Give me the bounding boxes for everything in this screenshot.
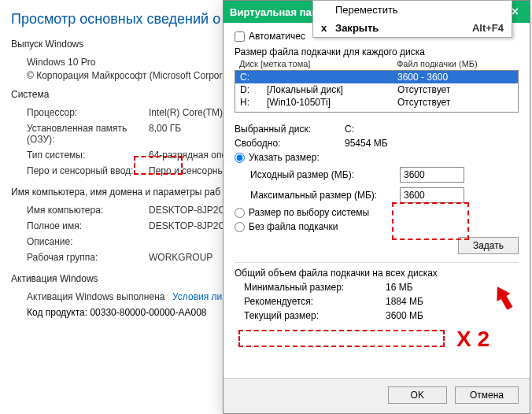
pagefile-each-label: Размер файла подкачки для каждого диска [235, 46, 519, 57]
radio-system-label: Размер по выбору системы [249, 207, 369, 218]
release-value: Windows 10 Pro [27, 57, 95, 68]
radio-custom-label: Указать размер: [249, 152, 320, 163]
rec-value: 1884 МБ [386, 296, 423, 307]
wg-value: WORKGROUP [149, 252, 212, 263]
free-label: Свободно: [235, 138, 345, 149]
max-size-input[interactable] [400, 187, 464, 203]
radio-system[interactable] [235, 208, 245, 218]
ctx-move[interactable]: Переместить [313, 1, 512, 19]
ctx-close[interactable]: x Закрыть Alt+F4 [313, 19, 512, 37]
close-mark-icon: x [321, 22, 335, 34]
radio-custom-row[interactable]: Указать размер: [235, 150, 519, 164]
cpu-value: Intel(R) Core(TM) i [149, 107, 227, 118]
virtual-memory-dialog: Виртуальная память × Автоматичес Размер … [223, 0, 530, 414]
cancel-button[interactable]: Отмена [455, 386, 519, 404]
selected-disk-label: Выбранный диск: [235, 124, 345, 135]
summary-title: Общий объем файла подкачки на всех диска… [235, 268, 519, 279]
min-value: 16 МБ [386, 282, 413, 293]
col-disk: Диск [метка тома] [239, 59, 397, 68]
min-label: Минимальный размер: [244, 282, 386, 293]
pen-value: Перо и сенсорны [149, 165, 224, 176]
activation-label: Активация Windows выполнена [27, 291, 172, 302]
cur-value: 3600 МБ [386, 310, 423, 321]
radio-none-row[interactable]: Без файла подкачки [235, 221, 338, 232]
initial-size-label: Исходный размер (МБ): [250, 169, 400, 180]
pen-label: Перо и сенсорный ввод: [27, 165, 149, 176]
set-button[interactable]: Задать [458, 237, 519, 254]
ok-button[interactable]: OK [388, 386, 447, 404]
radio-none[interactable] [235, 222, 245, 232]
ram-label: Установленная память (ОЗУ): [27, 123, 149, 145]
disk-row[interactable]: H: [Win10-1050Ti] Отсутствует [235, 96, 518, 109]
pc-label: Имя компьютера: [27, 205, 149, 216]
window-context-menu: Переместить x Закрыть Alt+F4 [312, 0, 512, 38]
type-value: 64-разрядная опер [149, 150, 232, 161]
product-code: Код продукта: 00330-80000-00000-AA008 [27, 307, 207, 318]
radio-none-label: Без файла подкачки [249, 221, 338, 232]
free-value: 95454 МБ [345, 138, 388, 149]
desc-label: Описание: [27, 236, 149, 247]
disk-row[interactable]: D: [Локальный диск] Отсутствует [235, 83, 518, 96]
max-size-label: Максимальный размер (МБ): [250, 190, 400, 201]
selected-disk-value: C: [345, 124, 354, 135]
ram-value: 8,00 ГБ [149, 123, 181, 145]
cur-label: Текущий размер: [244, 310, 386, 321]
auto-manage-checkbox[interactable] [235, 31, 245, 42]
wg-label: Рабочая группа: [27, 252, 149, 263]
full-label: Полное имя: [27, 220, 149, 231]
cpu-label: Процессор: [27, 107, 149, 118]
disk-row[interactable]: C: 3600 - 3600 [235, 71, 518, 83]
initial-size-input[interactable] [400, 167, 464, 183]
radio-system-row[interactable]: Размер по выбору системы [235, 205, 519, 220]
disk-list[interactable]: C: 3600 - 3600 D: [Локальный диск] Отсут… [235, 70, 519, 113]
type-label: Тип системы: [27, 150, 149, 161]
rec-label: Рекомендуется: [244, 296, 386, 307]
col-pagefile: Файл подкачки (МБ) [397, 59, 478, 68]
auto-manage-label: Автоматичес [249, 31, 305, 42]
radio-custom[interactable] [235, 153, 245, 163]
